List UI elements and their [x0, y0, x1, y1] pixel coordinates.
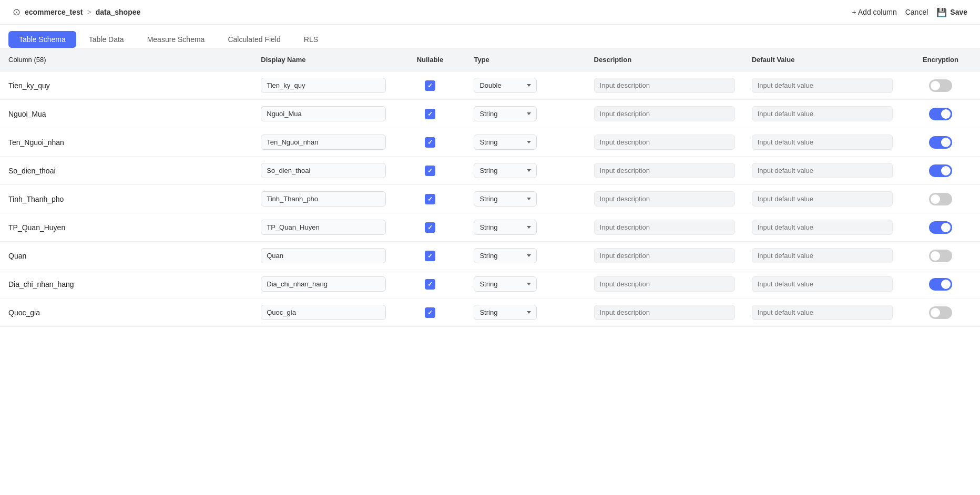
display-name-input[interactable] — [261, 276, 386, 292]
cell-description — [586, 213, 743, 242]
cell-type: String — [465, 128, 585, 157]
chevron-down-icon — [527, 254, 531, 257]
cell-column-name: Quan — [0, 242, 252, 270]
display-name-input[interactable] — [261, 305, 386, 320]
cell-display-name — [252, 71, 394, 100]
description-input[interactable] — [594, 220, 735, 235]
cell-encryption — [901, 242, 980, 270]
tab-measure-schema[interactable]: Measure Schema — [137, 31, 216, 48]
type-select[interactable]: String — [474, 248, 537, 263]
default-value-input[interactable] — [752, 248, 893, 263]
cell-column-name: Dia_chi_nhan_hang — [0, 270, 252, 298]
toggle-slider — [929, 79, 952, 92]
breadcrumb-table: data_shopee — [96, 8, 141, 16]
encryption-toggle[interactable] — [929, 306, 952, 319]
display-name-input[interactable] — [261, 220, 386, 235]
description-input[interactable] — [594, 163, 735, 178]
cell-default-value — [743, 213, 901, 242]
encryption-toggle[interactable] — [929, 79, 952, 92]
cell-description — [586, 185, 743, 213]
display-name-input[interactable] — [261, 135, 386, 150]
encryption-toggle[interactable] — [929, 278, 952, 291]
display-name-input[interactable] — [261, 191, 386, 207]
nullable-checkbox[interactable] — [425, 307, 435, 318]
default-value-input[interactable] — [752, 163, 893, 178]
description-input[interactable] — [594, 276, 735, 292]
cell-type: String — [465, 242, 585, 270]
tab-rls[interactable]: RLS — [293, 31, 329, 48]
cell-type: String — [465, 270, 585, 298]
type-label: String — [479, 110, 497, 118]
cell-display-name — [252, 270, 394, 298]
description-input[interactable] — [594, 106, 735, 121]
type-select[interactable]: String — [474, 220, 537, 235]
display-name-input[interactable] — [261, 248, 386, 263]
header-right: + Add column Cancel 💾 Save — [852, 7, 967, 17]
display-name-input[interactable] — [261, 78, 386, 93]
tab-table-data[interactable]: Table Data — [78, 31, 135, 48]
nullable-checkbox[interactable] — [425, 279, 435, 290]
type-label: String — [479, 308, 497, 316]
cell-default-value — [743, 298, 901, 327]
nullable-checkbox[interactable] — [425, 166, 435, 176]
default-value-input[interactable] — [752, 220, 893, 235]
description-input[interactable] — [594, 305, 735, 320]
encryption-toggle[interactable] — [929, 136, 952, 149]
type-select[interactable]: String — [474, 106, 537, 121]
description-input[interactable] — [594, 135, 735, 150]
default-value-input[interactable] — [752, 135, 893, 150]
cell-description — [586, 157, 743, 185]
chevron-down-icon — [527, 226, 531, 229]
cell-column-name: Tien_ky_quy — [0, 71, 252, 100]
table-row: Ten_Nguoi_nhanString — [0, 128, 980, 157]
nullable-checkbox[interactable] — [425, 222, 435, 233]
encryption-toggle[interactable] — [929, 164, 952, 177]
type-label: String — [479, 138, 497, 146]
type-select[interactable]: String — [474, 305, 537, 320]
tab-table-schema[interactable]: Table Schema — [8, 31, 76, 48]
toggle-slider — [929, 164, 952, 177]
col-header-nullable: Nullable — [394, 48, 465, 71]
table-row: QuanString — [0, 242, 980, 270]
chevron-down-icon — [527, 141, 531, 143]
description-input[interactable] — [594, 78, 735, 93]
encryption-toggle[interactable] — [929, 108, 952, 120]
encryption-toggle[interactable] — [929, 193, 952, 205]
cell-encryption — [901, 157, 980, 185]
cell-description — [586, 128, 743, 157]
add-column-button[interactable]: + Add column — [852, 8, 896, 16]
nullable-checkbox[interactable] — [425, 251, 435, 261]
default-value-input[interactable] — [752, 305, 893, 320]
type-select[interactable]: String — [474, 276, 537, 292]
default-value-input[interactable] — [752, 106, 893, 121]
default-value-input[interactable] — [752, 191, 893, 207]
encryption-toggle[interactable] — [929, 221, 952, 234]
cell-display-name — [252, 298, 394, 327]
save-label: Save — [950, 8, 967, 16]
save-button[interactable]: 💾 Save — [936, 7, 967, 17]
type-label: String — [479, 280, 497, 288]
cell-nullable — [394, 128, 465, 157]
type-select[interactable]: Double — [474, 78, 537, 93]
cell-display-name — [252, 185, 394, 213]
tab-calculated-field[interactable]: Calculated Field — [217, 31, 291, 48]
nullable-checkbox[interactable] — [425, 194, 435, 204]
encryption-toggle[interactable] — [929, 250, 952, 262]
cell-type: String — [465, 185, 585, 213]
cancel-button[interactable]: Cancel — [905, 8, 928, 16]
display-name-input[interactable] — [261, 106, 386, 121]
default-value-input[interactable] — [752, 78, 893, 93]
cell-type: String — [465, 298, 585, 327]
display-name-input[interactable] — [261, 163, 386, 178]
cell-default-value — [743, 270, 901, 298]
description-input[interactable] — [594, 191, 735, 207]
default-value-input[interactable] — [752, 276, 893, 292]
nullable-checkbox[interactable] — [425, 137, 435, 148]
type-select[interactable]: String — [474, 135, 537, 150]
cell-default-value — [743, 157, 901, 185]
type-select[interactable]: String — [474, 163, 537, 178]
nullable-checkbox[interactable] — [425, 109, 435, 119]
description-input[interactable] — [594, 248, 735, 263]
type-select[interactable]: String — [474, 191, 537, 207]
nullable-checkbox[interactable] — [425, 80, 435, 91]
